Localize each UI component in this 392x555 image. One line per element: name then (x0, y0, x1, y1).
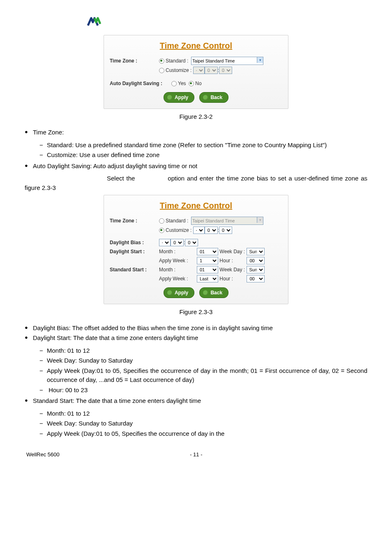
apply-button[interactable]: Apply (164, 287, 194, 298)
dstart-month-select[interactable]: 01 (197, 248, 218, 255)
sub-month2: Month: 01 to 12 (39, 409, 367, 419)
bullet-dstart: Daylight Start: The date that a time zon… (25, 333, 367, 343)
dstart-weekday-select[interactable]: Sun (247, 248, 265, 255)
hour-label: Hour : (219, 257, 233, 264)
customize-radio-2[interactable]: Customize : (159, 227, 191, 234)
sub-list-2b: Month: 01 to 12 Week Day: Sunday to Satu… (25, 409, 367, 439)
customize-mm-select: 00 (219, 67, 232, 74)
button-row-2: Apply Back (110, 284, 282, 298)
daylight-start-row: Daylight Start : Month : 01 Week Day : S… (110, 248, 282, 255)
dbias-m-select[interactable]: 00 (185, 239, 198, 246)
footer-pagenum: - 11 - (190, 451, 202, 459)
applyweek-label: Apply Week : (159, 257, 197, 264)
timezone-label: Time Zone : (110, 57, 159, 65)
back-button[interactable]: Back (199, 92, 228, 103)
sstart-label: Standard Start : (110, 266, 159, 273)
bullet-timezone: Time Zone: (25, 128, 367, 137)
customize-sign-select: + (193, 67, 205, 74)
panel-title: Time Zone Control (110, 199, 282, 212)
standard-select-2: ▾ (191, 217, 263, 225)
sub-applyweek: Apply Week (Day:01 to 05, Specifies the … (39, 366, 367, 385)
dbias-label: Daylight Bias : (110, 239, 159, 246)
bullet-list-2b: Standard Start: The date that a time zon… (25, 396, 367, 406)
figure-caption-2: Figure 2.3-3 (25, 308, 367, 317)
customize-hh-select: 00 (205, 67, 218, 74)
logo (86, 16, 367, 32)
sstart-hour-select[interactable]: 00 (247, 275, 265, 282)
bullet-list-1b: Auto Daylight Saving: Auto adjust daylig… (25, 162, 367, 171)
sstart-month-select[interactable]: 01 (197, 266, 218, 273)
dot-icon (203, 95, 208, 100)
timezone-label: Time Zone : (110, 217, 159, 224)
dot-icon (167, 290, 172, 295)
sub-standard: Standard: Use a predefined standard time… (39, 141, 367, 150)
standard-select[interactable]: ▾ (191, 57, 263, 65)
customize-radio[interactable]: Customize : (159, 67, 191, 74)
time-zone-control-panel-1: Time Zone Control Time Zone : Standard :… (104, 35, 288, 109)
customize-sign-select-2[interactable]: + (193, 227, 205, 234)
apply-button[interactable]: Apply (164, 92, 194, 103)
hour-label: Hour : (219, 275, 233, 282)
sub-hour: Hour: 00 to 23 (39, 386, 367, 395)
bullet-sstart: Standard Start: The date that a time zon… (25, 396, 367, 406)
sstart-applyweek-select[interactable]: Last (197, 275, 218, 282)
ads-yes-radio[interactable]: Yes (171, 80, 186, 87)
bullet-list-2: Daylight Bias: The offset added to the B… (25, 324, 367, 343)
standard-start-row: Standard Start : Month : 01 Week Day : S… (110, 266, 282, 273)
para-customize: Select theoption and enter the time zone… (25, 174, 367, 192)
timezone-row-2: Time Zone : Standard : ▾ (110, 217, 282, 225)
ads-row: Auto Daylight Saving : Yes No (110, 80, 282, 87)
weekday-label: Week Day : (219, 248, 245, 255)
button-row: Apply Back (110, 89, 282, 103)
customize-mm-select-2[interactable]: 00 (219, 227, 232, 234)
bullet-dbias: Daylight Bias: The offset added to the B… (25, 324, 367, 333)
footer-left: WellRec 5600 (26, 451, 60, 459)
customize-radio-label: Customize : (166, 67, 191, 73)
chevron-down-icon: ▾ (257, 217, 263, 223)
customize-row: Customize : + 00 : 00 (110, 67, 282, 74)
dbias-sign-select[interactable]: + (159, 239, 171, 246)
daylight-bias-row: Daylight Bias : + 01 : 00 (110, 239, 282, 246)
sub-weekday2: Week Day: Sunday to Saturday (39, 419, 367, 428)
ads-no-radio[interactable]: No (189, 80, 201, 87)
dstart-hour-select[interactable]: 00 (247, 257, 265, 264)
applyweek-label: Apply Week : (159, 275, 197, 282)
sub-weekday: Week Day: Sunday to Saturday (39, 356, 367, 365)
month-label: Month : (159, 248, 197, 255)
daylight-start-row2: Apply Week : 1 Hour : 00 (110, 257, 282, 264)
time-zone-control-panel-2: Time Zone Control Time Zone : Standard :… (104, 195, 288, 304)
sub-month: Month: 01 to 12 (39, 346, 367, 356)
dstart-applyweek-select[interactable]: 1 (197, 257, 218, 264)
standard-start-row2: Apply Week : Last Hour : 00 (110, 275, 282, 282)
weekday-label: Week Day : (219, 266, 245, 273)
chevron-down-icon: ▾ (257, 57, 263, 63)
dbias-h-select[interactable]: 01 (171, 239, 184, 246)
figure-caption-1: Figure 2.3-2 (25, 112, 367, 122)
month-label: Month : (159, 266, 197, 273)
sub-customize: Customize: Use a user defined time zone (39, 150, 367, 160)
customize-row-2: Customize : + 00 : 00 (110, 227, 282, 234)
bullet-list-1: Time Zone: (25, 128, 367, 137)
standard-radio-2[interactable]: Standard : (159, 217, 188, 224)
sstart-weekday-select[interactable]: Sun (247, 266, 265, 273)
standard-radio[interactable]: Standard : (159, 57, 188, 65)
standard-select-value[interactable] (191, 57, 263, 65)
sub-applyweek2: Apply Week (Day:01 to 05, Specifies the … (39, 429, 367, 439)
customize-hh-select-2[interactable]: 00 (205, 227, 218, 234)
dot-icon (167, 95, 172, 100)
dot-icon (203, 290, 208, 295)
page-footer: WellRec 5600 - 11 - (25, 451, 367, 459)
timezone-row: Time Zone : Standard : ▾ (110, 57, 282, 65)
bullet-ads: Auto Daylight Saving: Auto adjust daylig… (25, 162, 367, 171)
dstart-label: Daylight Start : (110, 248, 159, 255)
sub-list-1: Standard: Use a predefined standard time… (25, 141, 367, 160)
ads-label: Auto Daylight Saving : (110, 80, 171, 87)
standard-radio-label: Standard : (166, 58, 188, 64)
panel-title: Time Zone Control (110, 39, 282, 52)
back-button[interactable]: Back (199, 287, 228, 298)
sub-list-2: Month: 01 to 12 Week Day: Sunday to Satu… (25, 346, 367, 395)
